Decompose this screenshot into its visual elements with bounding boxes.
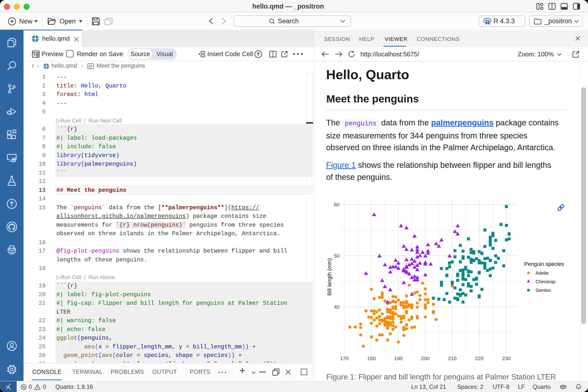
svg-text:Bill length (mm): Bill length (mm) bbox=[326, 258, 332, 296]
svg-text:Gentoo: Gentoo bbox=[536, 288, 551, 293]
svg-text:230: 230 bbox=[502, 356, 510, 360]
svg-text:210: 210 bbox=[448, 356, 456, 360]
svg-text:Adelie: Adelie bbox=[536, 270, 548, 276]
svg-text:40: 40 bbox=[334, 304, 340, 310]
svg-text:50: 50 bbox=[334, 253, 340, 258]
svg-text:R: R bbox=[485, 18, 490, 26]
svg-text:Penguin species: Penguin species bbox=[524, 261, 564, 267]
svg-text:220: 220 bbox=[475, 356, 484, 360]
svg-text:60: 60 bbox=[334, 202, 340, 207]
svg-text:200: 200 bbox=[421, 356, 430, 360]
svg-text:190: 190 bbox=[394, 356, 402, 360]
svg-text:Chinstrap: Chinstrap bbox=[536, 279, 556, 284]
svg-text:170: 170 bbox=[340, 356, 348, 360]
svg-text:180: 180 bbox=[367, 356, 376, 360]
